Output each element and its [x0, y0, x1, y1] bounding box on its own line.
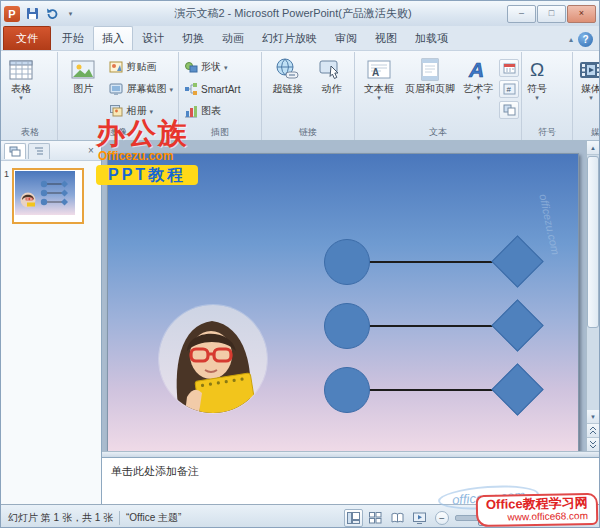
- clipart-button-label: 剪贴画: [126, 60, 156, 74]
- circle-shape[interactable]: [324, 239, 370, 285]
- hyperlink-button[interactable]: 超链接: [264, 54, 311, 125]
- notes-splitter[interactable]: [102, 451, 599, 458]
- slides-tab-icon: [9, 146, 21, 157]
- watermark-brand-text: 办公族: [96, 119, 198, 148]
- reading-view-button[interactable]: [388, 509, 407, 527]
- watermark-office68: Office教程学习网 www.office68.com: [476, 493, 598, 527]
- powerpoint-app-icon[interactable]: P: [4, 6, 20, 22]
- woman-photo: [159, 305, 267, 413]
- omega-icon: Ω: [530, 57, 544, 83]
- slide-thumbnail-preview: [15, 171, 75, 215]
- photo-placeholder[interactable]: [159, 305, 267, 413]
- quick-access-toolbar: ▾: [24, 5, 79, 22]
- group-label-tables: 表格: [3, 126, 57, 139]
- ribbon-group-text: A 文本框 ▾ 页眉和页脚 A 艺术字 ▾ #: [355, 52, 522, 140]
- diamond-shape[interactable]: [491, 235, 543, 287]
- slide-number-icon: #: [503, 83, 516, 95]
- minimize-ribbon-icon[interactable]: ▴: [569, 35, 573, 44]
- group-label-media: 媒体: [573, 126, 600, 139]
- tab-slideshow[interactable]: 幻灯片放映: [253, 26, 326, 50]
- diamond-shape[interactable]: [491, 363, 543, 415]
- group-label-links: 链接: [262, 126, 354, 139]
- picture-button[interactable]: 图片: [60, 54, 106, 125]
- tab-transitions[interactable]: 切换: [173, 26, 213, 50]
- insert-object-button[interactable]: [499, 101, 519, 119]
- picture-icon: [70, 57, 96, 83]
- reading-view-icon: [391, 512, 404, 524]
- slide-thumbnail[interactable]: [12, 168, 84, 224]
- connector-line[interactable]: [366, 325, 494, 327]
- clipart-button[interactable]: 剪贴画: [106, 56, 176, 78]
- symbol-button[interactable]: Ω 符号 ▾: [524, 54, 550, 125]
- connector-line[interactable]: [366, 261, 494, 263]
- header-footer-button[interactable]: 页眉和页脚: [401, 54, 459, 125]
- window-title: 演示文稿2 - Microsoft PowerPoint(产品激活失败): [79, 6, 507, 21]
- tab-addins[interactable]: 加载项: [406, 26, 457, 50]
- screenshot-button-label: 屏幕截图: [126, 82, 166, 96]
- tab-file[interactable]: 文件: [3, 26, 51, 50]
- textbox-button[interactable]: A 文本框 ▾: [357, 54, 401, 125]
- connector-line[interactable]: [366, 389, 494, 391]
- undo-button[interactable]: [43, 5, 60, 22]
- maximize-button[interactable]: □: [537, 5, 566, 23]
- tab-view[interactable]: 视图: [366, 26, 406, 50]
- watermark-brand-tag: PPT教程: [96, 165, 198, 185]
- outline-tab[interactable]: [28, 143, 50, 159]
- ribbon-tab-bar: 文件 开始 插入 设计 切换 动画 幻灯片放映 审阅 视图 加载项 ▴ ?: [1, 26, 599, 50]
- slideshow-view-button[interactable]: [410, 509, 429, 527]
- media-button-label: 媒体: [581, 83, 600, 94]
- zoom-out-button[interactable]: −: [435, 511, 449, 525]
- tab-insert[interactable]: 插入: [93, 26, 133, 50]
- scroll-up-icon[interactable]: ▲: [587, 141, 599, 155]
- shapes-button[interactable]: 形状 ▾: [181, 56, 243, 78]
- scrollbar-thumb[interactable]: [587, 156, 599, 328]
- close-button[interactable]: ×: [567, 5, 596, 23]
- watermark-officezu: 办公族 Officezu.com PPT教程: [96, 119, 198, 185]
- next-slide-icon[interactable]: [587, 438, 599, 451]
- header-footer-icon: [417, 57, 443, 83]
- date-time-button[interactable]: [499, 59, 519, 77]
- smartart-button[interactable]: SmartArt: [181, 78, 243, 100]
- slides-tab[interactable]: [4, 143, 26, 159]
- qat-customize-button[interactable]: ▾: [62, 5, 79, 22]
- tab-design[interactable]: 设计: [133, 26, 173, 50]
- scroll-down-icon[interactable]: ▼: [587, 410, 599, 424]
- diamond-shape[interactable]: [491, 299, 543, 351]
- slide-canvas[interactable]: [107, 153, 579, 451]
- date-time-icon: [503, 62, 516, 74]
- circle-shape[interactable]: [324, 367, 370, 413]
- slide-editing-area[interactable]: ▲ ▼: [102, 141, 599, 451]
- circle-shape[interactable]: [324, 303, 370, 349]
- slide-sorter-view-button[interactable]: [366, 509, 385, 527]
- tab-animations[interactable]: 动画: [213, 26, 253, 50]
- vertical-scrollbar[interactable]: ▲ ▼: [586, 141, 599, 451]
- slide-number-button[interactable]: #: [499, 80, 519, 98]
- save-button[interactable]: [24, 5, 41, 22]
- title-bar: P ▾ 演示文稿2 - Microsoft PowerPoint(产品激活失败)…: [1, 1, 599, 26]
- chart-button-label: 图表: [201, 104, 221, 118]
- screenshot-button[interactable]: 屏幕截图 ▾: [106, 78, 176, 100]
- minimize-button[interactable]: –: [507, 5, 536, 23]
- ribbon-insert: 表格 ▾ 表格 图片 剪贴画 屏幕截图 ▾: [1, 50, 599, 141]
- ribbon-group-tables: 表格 ▾ 表格: [3, 52, 58, 140]
- svg-text:A: A: [468, 58, 484, 81]
- previous-slide-icon[interactable]: [587, 424, 599, 438]
- chevron-down-icon: ▾: [19, 94, 23, 101]
- action-button[interactable]: 动作: [311, 54, 352, 125]
- ribbon-extras: ▴ ?: [569, 32, 593, 47]
- table-button[interactable]: 表格 ▾: [5, 54, 37, 125]
- help-icon[interactable]: ?: [578, 32, 593, 47]
- tab-review[interactable]: 审阅: [326, 26, 366, 50]
- group-label-text: 文本: [355, 126, 521, 139]
- status-divider: [119, 511, 120, 525]
- media-button[interactable]: 媒体 ▾: [575, 54, 600, 125]
- photo-album-icon: [109, 104, 123, 118]
- object-icon: [503, 104, 516, 116]
- slide-thumbnail-number: 1: [4, 168, 9, 224]
- tab-home[interactable]: 开始: [53, 26, 93, 50]
- wordart-button[interactable]: A 艺术字 ▾: [459, 54, 498, 125]
- window-controls: – □ ×: [507, 5, 596, 23]
- normal-view-button[interactable]: [344, 509, 363, 527]
- svg-text:A: A: [372, 67, 379, 78]
- ribbon-group-links: 超链接 动作 链接: [262, 52, 355, 140]
